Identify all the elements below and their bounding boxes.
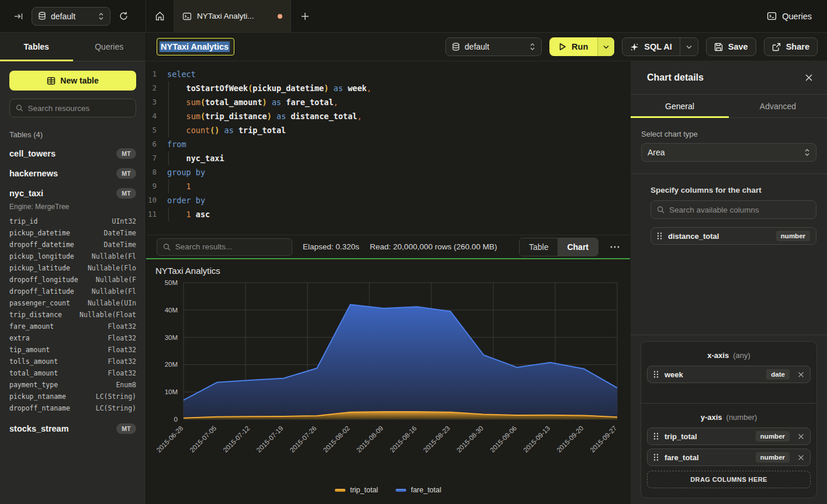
legend-item-fare-total[interactable]: fare_total: [396, 486, 441, 494]
remove-column-button[interactable]: [797, 433, 805, 440]
legend-item-trip-total[interactable]: trip_total: [335, 486, 378, 494]
chart-type-selector[interactable]: Area: [641, 143, 816, 162]
column-name: extra: [9, 332, 30, 344]
results-more-button[interactable]: [609, 246, 621, 248]
sql-console-app: default NYTaxi Analyti...: [0, 0, 827, 504]
chart-area: NYTaxi Analytics 50M40M30M20M10M02015-06…: [146, 259, 630, 504]
code-content: from: [162, 137, 186, 151]
x-axis-item-week[interactable]: week date: [647, 366, 811, 383]
y-tick-label: 0: [174, 416, 178, 423]
topbar-left: default: [0, 0, 146, 32]
chart-type-value: Area: [648, 148, 665, 157]
database-selector-value: default: [51, 12, 75, 21]
line-number: 8: [146, 165, 162, 179]
results-search[interactable]: [157, 238, 292, 256]
table-row[interactable]: hackernewsMT: [9, 168, 136, 179]
results-search-input[interactable]: [175, 242, 286, 251]
sidebar-tabs: Tables Queries: [0, 33, 146, 61]
panel-spacer: [631, 245, 827, 335]
query-title-input[interactable]: NYTaxi Analytics: [157, 38, 234, 55]
new-tab-button[interactable]: [291, 0, 319, 32]
column-type: UInt32: [112, 215, 136, 227]
table-view-button[interactable]: Table: [520, 238, 558, 256]
code-content: 1: [162, 179, 191, 193]
panel-tab-general[interactable]: General: [631, 95, 729, 117]
columns-search-input[interactable]: [669, 206, 810, 214]
x-axis-hint: (any): [733, 351, 750, 360]
column-type: DateTime: [104, 227, 136, 239]
run-database-value: default: [465, 42, 489, 51]
column-type: Nullable(Fl: [92, 251, 136, 262]
search-icon: [16, 104, 23, 112]
table-row[interactable]: cell_towersMT: [9, 148, 136, 159]
column-type: LC(String): [96, 402, 136, 414]
area-chart: 50M40M30M20M10M02015-06-282015-07-052015…: [146, 276, 630, 485]
remove-column-button[interactable]: [797, 454, 805, 461]
sql-ai-button[interactable]: SQL AI: [622, 37, 698, 56]
share-button[interactable]: Share: [764, 37, 818, 56]
sidebar-search[interactable]: [9, 99, 136, 117]
close-panel-button[interactable]: [805, 74, 813, 82]
panel-tabs: General Advanced: [631, 95, 827, 118]
sidebar-search-input[interactable]: [28, 104, 130, 113]
home-button[interactable]: [146, 0, 174, 32]
close-icon: [805, 74, 813, 82]
collapse-sidebar-icon: [14, 12, 23, 21]
code-line: 9 1: [146, 179, 630, 193]
sql-editor[interactable]: 1select2 toStartOfWeek(pickup_datetime) …: [146, 61, 630, 235]
sidebar-tab-tables[interactable]: Tables: [0, 33, 73, 61]
column-name: tip_amount: [9, 344, 50, 356]
save-icon: [714, 43, 723, 51]
code-line: 3 sum(total_amount) as fare_total,: [146, 95, 630, 109]
y-tick-label: 20M: [165, 361, 178, 368]
queries-button[interactable]: Queries: [767, 11, 812, 21]
save-button[interactable]: Save: [706, 37, 756, 56]
table-row[interactable]: stocks_streamMT: [9, 423, 136, 434]
remove-column-button[interactable]: [797, 371, 805, 378]
sidebar-tab-queries[interactable]: Queries: [73, 33, 146, 61]
table-row[interactable]: nyc_taxiMT: [9, 188, 136, 199]
x-tick-label: 2015-09-06: [489, 425, 518, 454]
sql-ai-options-button[interactable]: [680, 38, 698, 55]
x-tick-label: 2015-09-20: [555, 425, 584, 454]
y-tick-label: 40M: [165, 307, 178, 314]
available-column-distance-total[interactable]: distance_total number: [650, 227, 816, 245]
engine-badge: MT: [116, 148, 136, 159]
x-tick-label: 2015-07-26: [289, 425, 318, 454]
chevron-down-icon: [686, 45, 692, 49]
x-tick-label: 2015-07-12: [222, 425, 251, 454]
y-axis-item-fare-total[interactable]: fare_total number: [647, 449, 811, 466]
query-tab[interactable]: NYTaxi Analyti...: [174, 0, 291, 32]
toolbar-actions: default Run: [445, 37, 818, 56]
run-button[interactable]: Run: [549, 37, 597, 56]
line-number: 1: [146, 67, 162, 81]
table-name: nyc_taxi: [9, 189, 43, 198]
run-database-selector[interactable]: default: [445, 37, 542, 56]
column-name: pickup_datetime: [9, 227, 70, 239]
columns-search[interactable]: [650, 200, 816, 219]
chart-type-label: Select chart type: [631, 118, 827, 143]
code-line: 7 nyc_taxi: [146, 151, 630, 165]
axis-config-card: x-axis(any) week date: [641, 341, 817, 498]
run-options-button[interactable]: [597, 37, 614, 56]
drag-handle-icon: [653, 432, 659, 440]
refresh-button[interactable]: [116, 9, 131, 23]
x-tick-label: 2015-07-19: [255, 425, 285, 454]
panel-tab-advanced[interactable]: Advanced: [729, 95, 827, 117]
database-selector[interactable]: default: [32, 7, 110, 26]
topbar-right: Queries: [767, 0, 827, 32]
updown-chevron-icon: [530, 43, 535, 51]
drop-zone[interactable]: DRAG COLUMNS HERE: [647, 471, 811, 488]
x-axis-section: x-axis(any) week date: [641, 342, 816, 403]
column-row: extraFloat32: [9, 332, 136, 344]
queries-button-label: Queries: [782, 12, 812, 21]
chart-view-button[interactable]: Chart: [558, 238, 598, 256]
column-name: trip_id: [9, 215, 37, 227]
new-table-button-label: New table: [60, 76, 98, 85]
y-axis-item-trip-total[interactable]: trip_total number: [647, 427, 811, 445]
collapse-sidebar-button[interactable]: [12, 9, 26, 23]
panel-body: Select chart type Area Specify columns f…: [631, 118, 827, 504]
drag-handle-icon: [653, 453, 659, 461]
new-table-button[interactable]: New table: [9, 71, 136, 91]
code-line: 10order by: [146, 193, 630, 207]
